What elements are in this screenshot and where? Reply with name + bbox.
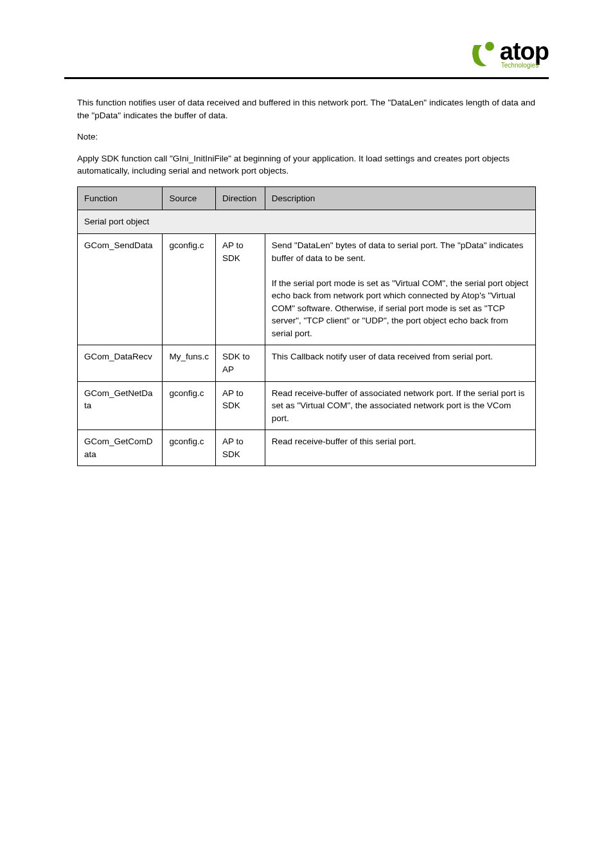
logo: atop Technologies [468, 39, 549, 69]
cell-description: Read receive-buffer of associated networ… [265, 381, 535, 430]
cell-direction: AP to SDK [216, 233, 265, 345]
cell-function: GCom_GetNetDa ta [78, 381, 163, 430]
cell-description: Send "DataLen" bytes of data to serial p… [265, 233, 535, 345]
col-source: Source [163, 186, 216, 210]
cell-function: GCom_SendData [78, 233, 163, 345]
logo-sub: Technologies [501, 62, 538, 69]
table-row: GCom_SendData gconfig.c AP to SDK Send "… [78, 233, 536, 345]
cell-function: GCom_GetComD ata [78, 430, 163, 466]
paragraph-intro: This function notifies user of data rece… [77, 96, 536, 122]
cell-source: gconfig.c [163, 430, 216, 466]
content: This function notifies user of data rece… [77, 96, 536, 466]
cell-source: My_funs.c [163, 345, 216, 381]
cell-description: This Callback notify user of data receiv… [265, 345, 535, 381]
note-title: Note: [77, 131, 536, 143]
cell-description: Read receive-buffer of this serial port. [265, 430, 535, 466]
section-title: Serial port object [78, 210, 536, 234]
api-table: Function Source Direction Description Se… [77, 186, 536, 467]
cell-direction: AP to SDK [216, 381, 265, 430]
logo-icon [468, 39, 499, 69]
table-row: GCom_DataRecv My_funs.c SDK to AP This C… [78, 345, 536, 381]
col-function: Function [78, 186, 163, 210]
cell-source: gconfig.c [163, 233, 216, 345]
table-row: GCom_GetNetDa ta gconfig.c AP to SDK Rea… [78, 381, 536, 430]
logo-text: atop Technologies [500, 39, 549, 69]
section-row: Serial port object [78, 210, 536, 234]
svg-point-0 [485, 42, 494, 51]
cell-function: GCom_DataRecv [78, 345, 163, 381]
cell-direction: SDK to AP [216, 345, 265, 381]
table-header-row: Function Source Direction Description [78, 186, 536, 210]
col-description: Description [265, 186, 535, 210]
col-direction: Direction [216, 186, 265, 210]
table-row: GCom_GetComD ata gconfig.c AP to SDK Rea… [78, 430, 536, 466]
cell-direction: AP to SDK [216, 430, 265, 466]
note-body: Apply SDK function call "GIni_InitIniFil… [77, 152, 536, 177]
logo-brand: atop [500, 39, 549, 64]
header-rule [64, 77, 549, 79]
page: atop Technologies This function notifies… [0, 0, 613, 868]
cell-source: gconfig.c [163, 381, 216, 430]
